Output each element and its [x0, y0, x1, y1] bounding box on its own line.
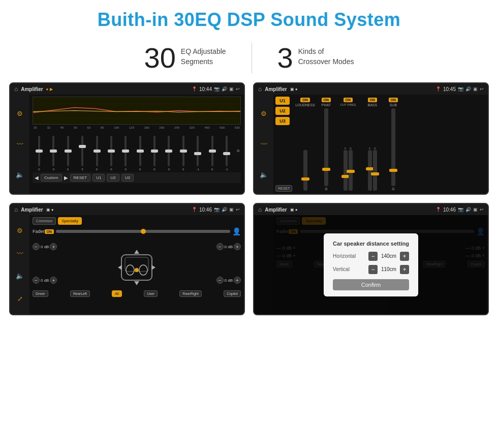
eq-slider-5[interactable]: 0 — [106, 136, 117, 171]
eq-slider-9[interactable]: 0 — [163, 136, 174, 171]
status-dots: ● ▶ — [46, 87, 53, 92]
crossover-channels: ON LOUDNESS ON PHAT — [295, 97, 486, 192]
crossover-content: ⚙ 〰 🔈 U1 U2 U3 RESET — [254, 95, 488, 194]
u1-preset[interactable]: U1 — [275, 97, 290, 105]
status-right-br: 📍 10:46 📷 🔊 ▣ ↩ — [435, 207, 484, 213]
back-icon-br: ↩ — [480, 207, 484, 212]
filter-icon-bl[interactable]: ⚙ — [17, 227, 23, 234]
filter-icon[interactable]: ⚙ — [17, 110, 23, 117]
wave-icon[interactable]: 〰 — [17, 140, 23, 148]
reset-btn[interactable]: RESET — [70, 174, 91, 182]
status-bar-tl: ⌂ Amplifier ● ▶ 📍 10:44 📷 🔊 ▣ ↩ — [10, 83, 244, 95]
custom-btn[interactable]: Custom — [41, 174, 62, 182]
u3-preset[interactable]: U3 — [275, 117, 290, 125]
crossover-number: 3 — [277, 44, 293, 72]
spk-rr-minus[interactable]: − — [216, 277, 224, 284]
zone-rearright[interactable]: RearRight — [179, 290, 202, 297]
fader-on-badge[interactable]: ON — [45, 229, 54, 234]
screen-fader: ⌂ Amplifier ▣ ● 📍 10:46 📷 🔊 ▣ ↩ ⚙ 〰 🔈 ⤢ — [9, 203, 245, 315]
speaker-icon-tr[interactable]: 🔈 — [260, 171, 268, 178]
confirm-button[interactable]: Confirm — [333, 279, 409, 290]
phat-name: PHAT — [322, 103, 331, 107]
phat-slider[interactable] — [324, 108, 328, 186]
volume-icon-tr: 🔊 — [465, 86, 471, 92]
spk-fl-plus[interactable]: + — [50, 243, 57, 250]
horizontal-plus[interactable]: + — [400, 252, 409, 261]
eq-main: 25 32 40 50 63 80 100 125 160 200 250 32… — [29, 95, 244, 194]
eq-slider-10[interactable]: 0 — [178, 136, 189, 171]
speaker-icon-bl[interactable]: 🔈 — [16, 272, 24, 280]
prev-arrow[interactable]: ◀ — [35, 175, 39, 181]
zone-copilot[interactable]: Copilot — [224, 290, 241, 297]
spk-fr-value: 0 dB — [225, 245, 233, 249]
dialog-horizontal-row: Horizontal − 140cm + — [333, 252, 409, 261]
eq-slider-3[interactable]: 5 — [77, 136, 88, 171]
cutfreq-name: CUT FREQ — [340, 103, 356, 106]
screen-dialog: ⌂ Amplifier ▣ ● 📍 10:46 📷 🔊 ▣ ↩ — [253, 203, 489, 315]
vertical-minus[interactable]: − — [368, 265, 378, 274]
sub-on[interactable]: ON — [389, 98, 398, 102]
home-icon-bl: ⌂ — [14, 206, 18, 213]
tab-specialty[interactable]: Specialty — [58, 217, 81, 225]
expand-icon-bl[interactable]: ⤢ — [17, 295, 23, 303]
fader-slider[interactable] — [56, 230, 230, 233]
bass-slider-g[interactable] — [373, 150, 377, 191]
eq-slider-4[interactable]: 0 — [91, 136, 103, 171]
car-diagram-area: − 0 dB + − 0 dB + — [33, 238, 241, 289]
horizontal-minus[interactable]: − — [368, 252, 378, 261]
zone-user[interactable]: User — [144, 290, 158, 297]
eq-stat: 30 EQ Adjustable Segments — [119, 44, 252, 72]
loudness-on[interactable]: ON — [300, 98, 310, 102]
bass-slider-f[interactable] — [368, 150, 372, 191]
wave-icon-bl[interactable]: 〰 — [17, 250, 23, 257]
eq-slider-6[interactable]: 0 — [120, 136, 131, 171]
loudness-slider[interactable] — [303, 150, 307, 191]
svg-point-7 — [135, 268, 139, 272]
eq-slider-8[interactable]: 0 — [149, 136, 160, 171]
fader-thumb[interactable] — [141, 229, 146, 234]
eq-slider-2[interactable]: 0 — [63, 136, 74, 171]
eq-slider-1[interactable]: 0 — [48, 136, 59, 171]
spk-rr-plus[interactable]: + — [234, 277, 241, 284]
eq-slider-7[interactable]: 0 — [135, 136, 146, 171]
next-arrow[interactable]: ▶ — [64, 175, 68, 181]
cutfreq-slider-g[interactable] — [349, 150, 353, 191]
svg-marker-10 — [118, 265, 122, 270]
ch-bass: ON BASS F G — [362, 98, 383, 191]
vertical-value: 110cm — [380, 266, 398, 272]
u2-preset[interactable]: U2 — [275, 107, 290, 115]
horizontal-stepper: − 140cm + — [368, 252, 409, 261]
phat-on[interactable]: ON — [322, 98, 331, 102]
back-icon-bl: ↩ — [236, 207, 240, 212]
expand-arrows[interactable]: » — [236, 147, 240, 154]
screen-br-title: Amplifier — [265, 207, 287, 213]
spk-fr-plus[interactable]: + — [234, 243, 241, 250]
spk-fl-minus[interactable]: − — [33, 243, 40, 250]
crossover-reset[interactable]: RESET — [275, 185, 292, 192]
cutfreq-on[interactable]: ON — [344, 98, 353, 102]
eq-slider-0[interactable]: 0 — [34, 136, 45, 171]
spk-rl-minus[interactable]: − — [33, 277, 40, 284]
vertical-plus[interactable]: + — [400, 265, 409, 274]
filter-icon-tr[interactable]: ⚙ — [261, 110, 267, 117]
eq-slider-13[interactable]: -1 — [221, 136, 232, 171]
status-dot-bl: ▣ ● — [46, 207, 54, 212]
sub-slider[interactable] — [391, 108, 395, 186]
speaker-icon[interactable]: 🔈 — [16, 171, 24, 178]
status-bar-tr: ⌂ Amplifier ▣ ● 📍 10:45 📷 🔊 ▣ ↩ — [254, 83, 488, 95]
u2-btn[interactable]: U2 — [107, 174, 119, 182]
eq-slider-12[interactable]: 0 — [207, 136, 218, 171]
dialog-container: Car speaker distance setting Horizontal … — [254, 215, 488, 314]
eq-sidebar: ⚙ 〰 🔈 — [10, 95, 29, 194]
tab-common[interactable]: Common — [33, 217, 56, 225]
zone-driver[interactable]: Driver — [33, 290, 48, 297]
u1-btn[interactable]: U1 — [92, 174, 105, 182]
eq-slider-11[interactable]: -1 — [192, 136, 203, 171]
u3-btn[interactable]: U3 — [121, 174, 134, 182]
spk-fr-minus[interactable]: − — [216, 243, 224, 250]
spk-rl-plus[interactable]: + — [50, 277, 57, 284]
zone-rearleft[interactable]: RearLeft — [70, 290, 90, 297]
zone-all[interactable]: All — [112, 290, 122, 297]
bass-on[interactable]: ON — [368, 98, 378, 102]
wave-icon-tr[interactable]: 〰 — [261, 140, 267, 148]
